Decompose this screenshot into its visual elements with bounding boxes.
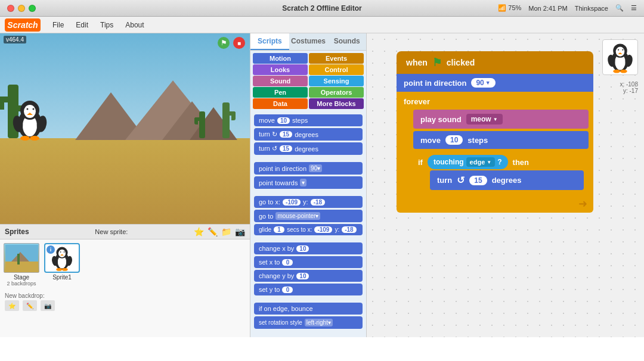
paint-icon[interactable]: ✏️ [208,227,218,236]
forever-block[interactable]: forever play sound meow ▼ [397,92,593,213]
cat-motion[interactable]: Motion [253,53,308,64]
dir-dropdown[interactable]: 90▾ [309,164,322,172]
maximize-button[interactable] [29,5,36,12]
svg-point-23 [60,251,61,253]
if-inner: turn ↺ 15 degrees [430,170,584,190]
tips-menu[interactable]: Tips [95,19,118,31]
tab-costumes[interactable]: Costumes [289,33,328,50]
cat-data[interactable]: Data [253,98,308,109]
block-bounce[interactable]: if on edge, bounce [254,303,363,315]
play-sound-block[interactable]: play sound meow ▼ [413,110,589,129]
green-flag-button[interactable]: ⚑ [218,37,230,49]
cat-sound[interactable]: Sound [253,76,308,86]
cat-control[interactable]: Control [309,64,364,75]
turn-block[interactable]: turn ↺ 15 degrees [430,170,584,190]
cat-more-blocks[interactable]: More Blocks [309,98,364,109]
sprite1-thumb[interactable]: i [44,243,80,273]
cat-row-1[interactable]: Motion Events [253,53,364,64]
change-x-value: 10 [296,245,309,252]
touching-block[interactable]: touching edge ▼ ? [428,155,508,169]
block-turn-cw[interactable]: turn ↻ 15 degrees [254,128,363,141]
cat-operators[interactable]: Operators [309,87,364,98]
penguin-sprite[interactable] [12,97,48,144]
block-glide[interactable]: glide 1 secs to x: -109 y: -18 [254,224,363,235]
sprite-info-button[interactable]: i [47,245,55,254]
block-move-steps[interactable]: move 10 steps [254,114,363,126]
block-point-dir[interactable]: point in direction 90▾ [254,162,363,175]
camera-icon[interactable]: 📷 [235,227,245,236]
edit-menu[interactable]: Edit [71,19,93,31]
svg-point-7 [33,108,35,110]
menu-icon[interactable]: ☰ [631,4,637,12]
version-label: v464.4 [4,36,26,43]
goto-dropdown[interactable]: mouse-pointer▾ [275,212,320,220]
cat-pen[interactable]: Pen [253,87,308,98]
search-icon[interactable]: 🔍 [615,4,624,12]
end-arrow: ➜ [397,196,593,213]
sprite1-container[interactable]: i [44,243,80,287]
minimize-button[interactable] [18,5,25,12]
if-block[interactable]: if touching edge ▼ ? [413,151,589,194]
backdrop-star-icon[interactable]: ⭐ [5,300,19,311]
backdrop-camera-icon[interactable]: 📷 [41,300,55,311]
rotation-dropdown[interactable]: left-right▾ [305,319,333,326]
towards-dropdown[interactable]: ▾ [300,179,306,186]
block-set-x[interactable]: set x to 0 [254,256,363,268]
cat-looks[interactable]: Looks [253,64,308,75]
sprite-preview [602,39,638,75]
cat-row-2[interactable]: Looks Control [253,64,364,75]
tab-scripts[interactable]: Scripts [250,33,289,50]
stage-sprite[interactable]: Stage 2 backdrops [4,243,39,287]
point-direction-block[interactable]: point in direction 90 ▼ [397,74,593,92]
stage-controls[interactable]: ⚑ ■ [218,37,245,49]
block-set-y[interactable]: set y to 0 [254,284,363,295]
sprite-icons[interactable]: ⭐ ✏️ 📁 📷 [194,227,245,236]
cat-row-4[interactable]: Pen Operators [253,87,364,98]
goto-x-value: -109 [283,199,301,206]
svg-point-11 [20,136,30,141]
cat-sensing[interactable]: Sensing [309,76,364,86]
forever-inner: play sound meow ▼ move 10 [413,110,589,194]
blocks-area: move 10 steps turn ↻ 15 degrees turn ↺ 1… [250,112,366,331]
sound-dropdown[interactable]: meow ▼ [466,114,503,125]
block-point-towards[interactable]: point towards ▾ [254,176,363,189]
turn-degrees-badge: 15 [469,176,487,185]
file-menu[interactable]: File [48,19,69,31]
dir-dropdown-arrow[interactable]: ▼ [485,80,491,86]
block-goto-xy[interactable]: go to x: -109 y: -18 [254,196,363,208]
move-steps-value: 10 [277,117,290,124]
backdrop-paint-icon[interactable]: ✏️ [23,300,37,311]
when-clicked-block[interactable]: when ⚑ clicked [397,51,593,74]
script-group[interactable]: when ⚑ clicked point in direction 90 ▼ [397,51,593,213]
stage-canvas[interactable]: ⚑ ■ v464.4 [0,33,250,224]
edge-dropdown-arrow[interactable]: ▼ [487,160,491,165]
tabs-row[interactable]: Scripts Costumes Sounds [250,33,366,51]
stage-thumb[interactable] [4,243,39,273]
if-label: if [418,158,423,167]
title-bar-right: 📶 75% Mon 2:41 PM Thinkspace 🔍 ☰ [498,4,637,12]
window-controls[interactable] [7,5,36,12]
cat-row-3[interactable]: Sound Sensing [253,76,364,86]
upload-icon[interactable]: 📁 [221,227,231,236]
cat-events[interactable]: Events [309,53,364,64]
block-turn-ccw[interactable]: turn ↺ 15 degrees [254,142,363,155]
close-button[interactable] [7,5,14,12]
sound-dropdown-arrow[interactable]: ▼ [493,117,498,122]
block-rotation-style[interactable]: set rotation style left-right▾ [254,316,363,329]
block-goto-target[interactable]: go to mouse-pointer▾ [254,210,363,222]
new-backdrop-label: New backdrop: [5,292,45,299]
star-icon[interactable]: ⭐ [194,227,204,236]
direction-value[interactable]: 90 ▼ [471,78,495,88]
block-change-y[interactable]: change y by 10 [254,270,363,282]
cat-row-5[interactable]: Data More Blocks [253,98,364,109]
edge-dropdown[interactable]: edge ▼ [466,157,496,167]
svg-point-20 [58,249,66,257]
backdrop-icons[interactable]: ⭐ ✏️ 📷 [5,300,245,311]
cactus-2 [222,102,230,138]
stop-button[interactable]: ■ [233,37,245,49]
block-change-x[interactable]: change x by 10 [254,242,363,254]
tab-sounds[interactable]: Sounds [327,33,366,50]
move-block[interactable]: move 10 steps [413,131,589,149]
about-menu[interactable]: About [120,19,148,31]
script-canvas[interactable]: x: -108 y: -17 when ⚑ clicked point in d… [367,33,644,337]
